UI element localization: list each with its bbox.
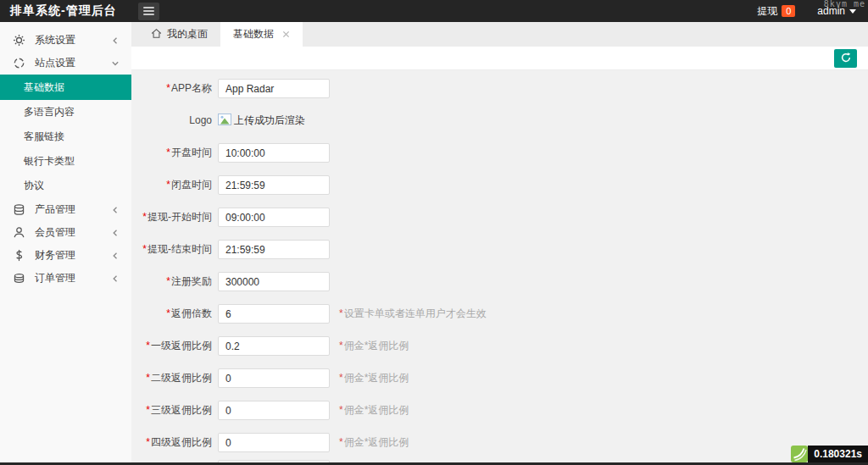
withdraw-start-time-input[interactable] xyxy=(218,208,330,227)
refresh-button[interactable] xyxy=(834,49,857,68)
sidebar-item-product-management[interactable]: 产品管理 xyxy=(0,198,131,221)
register-reward-input[interactable] xyxy=(218,272,330,291)
sidebar-item-label: 银行卡类型 xyxy=(24,154,75,169)
form-row-close-time: *闭盘时间 xyxy=(131,175,868,208)
form-row-rebate-multiple: *返佣倍数 *设置卡单或者连单用户才会生效 xyxy=(131,304,868,336)
field-hint: *佣金*返佣比例 xyxy=(339,336,409,356)
field-label-text: 二级返佣比例 xyxy=(151,372,212,384)
field-label-text: 一级返佣比例 xyxy=(151,340,212,352)
form-row-open-time: *开盘时间 xyxy=(131,143,868,175)
sidebar-item-label: 产品管理 xyxy=(35,202,111,217)
field-label: Logo xyxy=(131,111,212,130)
tabbar: 我的桌面 基础数据 xyxy=(131,22,868,47)
form-row-register-reward: *注册奖励 xyxy=(131,272,868,304)
required-mark: * xyxy=(146,372,150,384)
sidebar-item-label: 系统设置 xyxy=(35,33,111,47)
refresh-icon xyxy=(840,52,852,66)
field-hint: *设置卡单或者连单用户才会生效 xyxy=(339,304,487,324)
hint-text: 佣金*返佣比例 xyxy=(344,340,409,352)
field-hint: *佣金*返佣比例 xyxy=(339,368,409,388)
sidebar-item-bankcard-types[interactable]: 银行卡类型 xyxy=(0,149,131,174)
tab-my-desktop[interactable]: 我的桌面 xyxy=(138,22,220,47)
close-time-input[interactable] xyxy=(218,175,330,195)
sidebar-item-system-settings[interactable]: 系统设置 xyxy=(0,29,131,52)
field-label: *提现-结束时间 xyxy=(131,240,212,259)
form-row-withdraw-start: *提现-开始时间 xyxy=(131,208,868,240)
chevron-left-icon xyxy=(111,36,120,45)
field-label: *APP名称 xyxy=(131,79,212,98)
form-row-logo: Logo 上传成功后渲染 xyxy=(131,111,868,143)
database-icon xyxy=(12,203,25,216)
field-label-text: APP名称 xyxy=(171,82,212,94)
sidebar-item-site-settings[interactable]: 站点设置 xyxy=(0,52,131,75)
broken-image-alt-text: 上传成功后渲染 xyxy=(234,113,305,128)
sidebar-item-member-management[interactable]: 会员管理 xyxy=(0,221,131,244)
open-time-input[interactable] xyxy=(218,143,330,163)
sidebar-item-multilanguage[interactable]: 多语言内容 xyxy=(0,100,131,125)
field-label: *返佣倍数 xyxy=(131,304,212,324)
hint-required-mark: * xyxy=(339,436,343,448)
sidebar-item-label: 财务管理 xyxy=(35,248,111,263)
thinkphp-trace-icon[interactable] xyxy=(791,446,808,462)
hint-required-mark: * xyxy=(339,404,343,416)
field-label-text: 开盘时间 xyxy=(171,147,212,158)
required-mark: * xyxy=(166,275,170,287)
hint-text: 佣金*返佣比例 xyxy=(344,372,409,384)
form-row-app-name: *APP名称 xyxy=(131,79,868,111)
field-label: *三级返佣比例 xyxy=(131,401,212,420)
field-label-text: 提现-结束时间 xyxy=(147,243,212,255)
field-label-text: 三级返佣比例 xyxy=(151,404,212,416)
field-label: *注册奖励 xyxy=(131,272,212,291)
withdraw-button[interactable]: 提现 0 xyxy=(757,4,795,19)
hint-required-mark: * xyxy=(339,372,343,384)
chevron-left-icon xyxy=(111,206,120,214)
withdraw-label: 提现 xyxy=(757,4,777,19)
menu-toggle-button[interactable] xyxy=(138,3,159,20)
field-label: *闭盘时间 xyxy=(131,175,212,195)
hint-text: 设置卡单或者连单用户才会生效 xyxy=(344,307,487,319)
app-name-input[interactable] xyxy=(218,79,330,98)
chevron-left-icon xyxy=(111,252,120,260)
tab-basic-data[interactable]: 基础数据 xyxy=(220,22,303,47)
broken-image-icon xyxy=(218,113,231,128)
hint-required-mark: * xyxy=(339,307,343,319)
field-hint: *佣金*返佣比例 xyxy=(339,433,409,452)
sidebar-item-label: 协议 xyxy=(24,179,44,193)
required-mark: * xyxy=(166,307,170,319)
close-icon[interactable] xyxy=(282,30,290,38)
sidebar-item-label: 基础数据 xyxy=(24,80,64,95)
trace-widget: 0.180321s xyxy=(791,446,868,462)
sidebar-item-basic-data[interactable]: 基础数据 xyxy=(0,75,131,100)
user-menu[interactable]: admin xyxy=(817,5,856,17)
username: admin xyxy=(817,5,845,17)
required-mark: * xyxy=(146,436,150,448)
dollar-icon xyxy=(12,249,25,262)
withdraw-count-badge: 0 xyxy=(782,5,795,17)
sidebar-item-service-links[interactable]: 客服链接 xyxy=(0,125,131,149)
required-mark: * xyxy=(142,211,147,223)
chevron-down-icon xyxy=(111,59,120,68)
level1-rebate-input[interactable] xyxy=(218,336,330,356)
required-mark: * xyxy=(166,82,170,94)
form-row-level3-rebate: *三级返佣比例 *佣金*返佣比例 xyxy=(131,401,868,433)
required-mark: * xyxy=(146,404,150,416)
level3-rebate-input[interactable] xyxy=(218,401,330,420)
rebate-multiple-input[interactable] xyxy=(218,304,330,324)
field-label: *四级返佣比例 xyxy=(131,433,212,452)
hint-text: 佣金*返佣比例 xyxy=(344,404,409,416)
sidebar-item-agreement[interactable]: 协议 xyxy=(0,174,131,198)
form-row-level1-rebate: *一级返佣比例 *佣金*返佣比例 xyxy=(131,336,868,368)
sidebar-item-finance-management[interactable]: 财务管理 xyxy=(0,244,131,267)
field-label: *一级返佣比例 xyxy=(131,336,212,356)
field-label-text: 返佣倍数 xyxy=(171,307,212,319)
chevron-left-icon xyxy=(111,274,120,283)
level2-rebate-input[interactable] xyxy=(218,368,330,388)
sidebar-item-order-management[interactable]: 订单管理 xyxy=(0,267,131,290)
topbar: 排单系统-管理后台 提现 0 admin 8kvm me xyxy=(0,0,868,22)
logo-preview: 上传成功后渲染 xyxy=(218,111,305,128)
sidebar: 系统设置 站点设置 基础数据 多语言内容 客服链接 银行卡类型 协议 产品管理 … xyxy=(0,22,131,462)
form-row-level2-rebate: *二级返佣比例 *佣金*返佣比例 xyxy=(131,368,868,401)
withdraw-end-time-input[interactable] xyxy=(218,240,330,259)
level4-rebate-input[interactable] xyxy=(218,433,330,452)
app-title: 排单系统-管理后台 xyxy=(0,3,131,19)
